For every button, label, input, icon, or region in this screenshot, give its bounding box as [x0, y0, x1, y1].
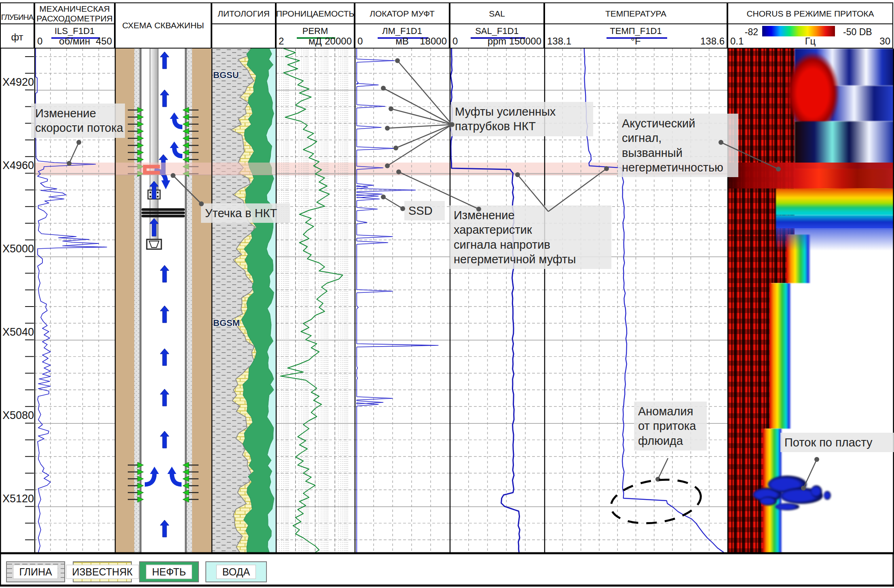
annotation-acoustic: Акустическийсигнал,вызванныйнегерметично…	[618, 114, 738, 177]
annotation-tubing-leak: Утечка в НКТ	[201, 203, 290, 223]
annotation-line: SSD	[408, 203, 441, 218]
annotation-flow-change: Изменениескорости потока	[31, 104, 125, 138]
annotation-line: сигнала напротив	[454, 237, 607, 252]
annotation-line: негерметичной муфты	[454, 252, 607, 267]
annotation-couplings: Муфты усиленныхпатрубков НКТ	[451, 102, 593, 136]
annotation-line: вызванный	[622, 146, 734, 160]
annotation-line: Утечка в НКТ	[205, 206, 286, 220]
annotation-formation-flow: Поток по пласту	[780, 433, 894, 452]
annotation-line: патрубков НКТ	[455, 119, 589, 133]
annotation-line: сигнал,	[622, 131, 734, 145]
annotation-line: Муфты усиленных	[455, 104, 589, 119]
annotation-line: скорости потока	[35, 121, 121, 135]
annotation-line: негерметичностью	[622, 160, 734, 175]
annotation-inflow-anomaly: Аномалияот притокафлюида	[634, 402, 707, 451]
annotation-line: флюида	[638, 434, 703, 448]
track-borders	[0, 0, 894, 588]
annotation-line: от притока	[638, 419, 703, 433]
annotation-line: Изменение	[35, 106, 121, 121]
annotation-ssd: SSD	[404, 201, 445, 220]
production-log-viewer: МЕХАНИЧЕСКАЯ РАСХОДОМЕТРИЯILS_F1D10об/ми…	[0, 0, 894, 588]
annotation-line: Изменение	[454, 208, 607, 222]
annotation-line: Акустический	[622, 116, 734, 131]
annotation-signal-change: Изменениехарактеристиксигнала напротивне…	[450, 205, 611, 269]
annotation-line: Поток по пласту	[784, 435, 893, 450]
annotation-line: характеристик	[454, 222, 607, 237]
annotation-line: Аномалия	[638, 404, 703, 419]
